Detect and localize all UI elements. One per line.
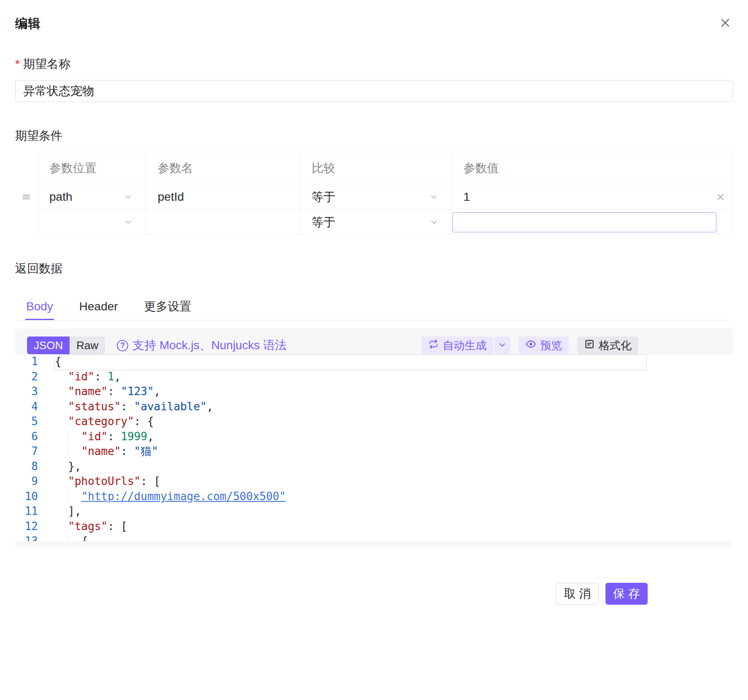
line-number: 3 [15, 384, 38, 399]
code-lines: 1 { 2 "id": 1, 3 "name": "123", 4 "statu… [15, 354, 733, 541]
close-icon [718, 16, 732, 30]
tab-label: Header [79, 300, 118, 313]
cancel-button[interactable]: 取 消 [556, 583, 599, 605]
dialog-header: 编辑 [15, 15, 733, 34]
code-line: 5 "category": { [15, 414, 733, 429]
close-button[interactable] [718, 15, 733, 30]
param-value-field[interactable]: 1 [451, 184, 733, 210]
param-position-select[interactable] [37, 210, 145, 235]
response-label: 返回数据 [15, 261, 733, 276]
line-number: 11 [15, 504, 38, 519]
mode-segmented-control: JSON Raw [27, 337, 105, 354]
tab-label: 更多设置 [144, 299, 191, 315]
line-number: 2 [15, 369, 38, 385]
format-button[interactable]: 格式化 [577, 337, 638, 354]
line-number: 13 [15, 534, 38, 541]
save-button[interactable]: 保 存 [605, 583, 648, 605]
toolbar-right-group: 自动生成 预览 [421, 337, 638, 354]
preview-button[interactable]: 预览 [519, 337, 569, 354]
eye-icon [525, 339, 536, 353]
conditions-header-row: 参数位置 参数名 比较 参数值 [15, 152, 733, 184]
line-number: 5 [15, 414, 38, 429]
expectation-name-input[interactable] [15, 80, 733, 102]
header-param-value: 参数值 [451, 152, 733, 184]
code-line: 6 "id": 1999, [15, 429, 733, 444]
conditions-table: 参数位置 参数名 比较 参数值 path petId 等于 1 [15, 152, 733, 235]
line-number: 6 [15, 429, 38, 444]
tab-more-settings[interactable]: 更多设置 [143, 294, 192, 320]
tab-body[interactable]: Body [25, 294, 54, 320]
auto-generate-button[interactable]: 自动生成 [421, 337, 493, 354]
line-number: 8 [15, 459, 38, 474]
line-number: 12 [15, 519, 38, 534]
code-line: 12 "tags": [ [15, 519, 733, 534]
chevron-down-icon [124, 192, 133, 202]
condition-row: 等于 [15, 210, 733, 235]
code-editor[interactable]: 1 { 2 "id": 1, 3 "name": "123", 4 "statu… [15, 354, 733, 541]
auto-generate-dropdown-button[interactable] [494, 337, 510, 354]
code-line: 9 "photoUrls": [ [15, 474, 733, 489]
name-label: *期望名称 [15, 57, 733, 71]
auto-generate-split-button: 自动生成 [421, 337, 510, 354]
line-number: 9 [15, 474, 38, 489]
help-icon[interactable]: ? [117, 340, 128, 351]
raw-mode-button[interactable]: Raw [70, 337, 105, 354]
line-number: 7 [15, 444, 38, 459]
code-line: 2 "id": 1, [15, 369, 733, 385]
tabs: BodyHeader更多设置 [15, 294, 733, 320]
param-position-select[interactable]: path [37, 184, 145, 210]
line-number: 10 [15, 489, 38, 504]
code-line: 10 "http://dummyimage.com/500x500" [15, 489, 733, 504]
code-line: 3 "name": "123", [15, 384, 733, 399]
drag-handle-icon[interactable] [21, 191, 32, 202]
chevron-down-icon [124, 218, 133, 227]
conditions-label: 期望条件 [15, 129, 733, 143]
editor-panel: JSON Raw ? 支持 Mock.js、Nunjucks 语法 自动生成 [15, 328, 733, 547]
code-line: 11 ], [15, 504, 733, 519]
code-line: 4 "status": "available", [15, 399, 733, 415]
header-compare: 比较 [299, 152, 451, 184]
condition-row: path petId 等于 1 [15, 184, 733, 210]
compare-select[interactable]: 等于 [299, 210, 451, 235]
param-name-field[interactable]: petId [145, 184, 299, 210]
dialog-footer: 取 消 保 存 [15, 583, 733, 605]
conditions-rows: path petId 等于 1 [15, 184, 733, 235]
delete-row-icon[interactable] [716, 192, 726, 202]
chevron-down-icon [429, 218, 439, 227]
required-asterisk: * [15, 57, 20, 70]
syntax-hint-text: 支持 Mock.js、Nunjucks 语法 [132, 337, 287, 353]
header-param-position: 参数位置 [37, 152, 145, 184]
line-number: 1 [15, 354, 38, 369]
code-line: 8 }, [15, 459, 733, 474]
chevron-down-icon [429, 192, 439, 202]
param-value-field[interactable] [451, 210, 733, 235]
code-line: 13 { [15, 534, 733, 541]
param-value-input[interactable] [452, 212, 716, 232]
compare-select[interactable]: 等于 [299, 184, 451, 210]
line-number: 4 [15, 399, 38, 415]
json-mode-button[interactable]: JSON [27, 337, 70, 354]
format-icon [584, 339, 595, 353]
loop-icon [428, 339, 439, 353]
dialog-title: 编辑 [15, 15, 40, 32]
editor-toolbar: JSON Raw ? 支持 Mock.js、Nunjucks 语法 自动生成 [15, 328, 733, 354]
param-name-field[interactable] [145, 210, 299, 235]
code-line: 7 "name": "猫" [15, 444, 733, 459]
tab-header[interactable]: Header [78, 294, 119, 320]
syntax-hint: ? 支持 Mock.js、Nunjucks 语法 [117, 337, 287, 353]
header-param-name: 参数名 [145, 152, 299, 184]
chevron-down-icon [498, 340, 507, 351]
tab-label: Body [26, 300, 53, 313]
edit-dialog: 编辑 *期望名称 期望条件 参数位置 参数名 比较 参数值 path [0, 0, 748, 700]
code-line: 1 { [15, 354, 733, 369]
